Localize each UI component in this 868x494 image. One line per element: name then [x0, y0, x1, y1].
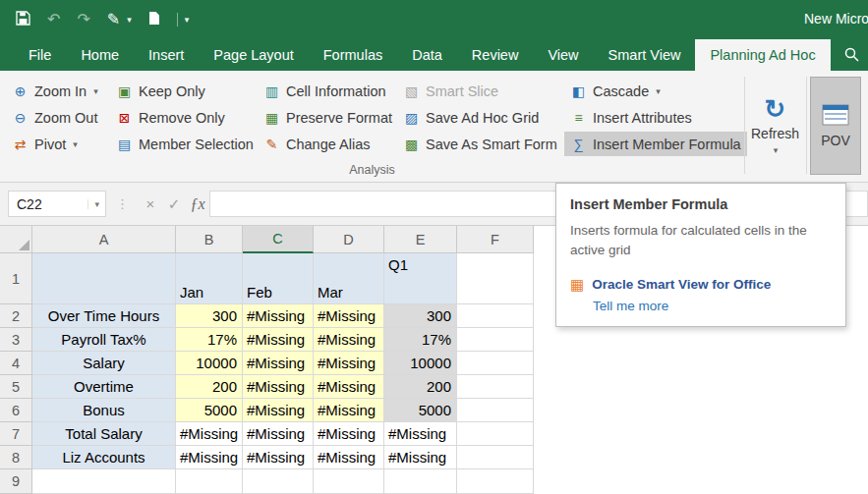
- cell-B7[interactable]: #Missing: [176, 422, 243, 446]
- cell-B1[interactable]: Jan: [176, 253, 243, 304]
- cell-C1[interactable]: Feb: [243, 253, 314, 304]
- formula-bar-splitter[interactable]: ⋮: [116, 196, 129, 211]
- cell-E4[interactable]: 10000: [384, 352, 457, 375]
- cell-A5[interactable]: Overtime: [32, 375, 176, 399]
- cell-C5[interactable]: #Missing: [243, 375, 314, 399]
- cell-E5[interactable]: 200: [384, 375, 457, 399]
- cascade-button[interactable]: ◧ Cascade ▾: [564, 79, 747, 103]
- row-header-6[interactable]: 6: [0, 399, 32, 422]
- tab-planning-ad-hoc[interactable]: Planning Ad Hoc: [695, 39, 830, 71]
- cell-E3[interactable]: 17%: [384, 328, 457, 352]
- select-all-corner[interactable]: [0, 226, 32, 253]
- zoom-in-button[interactable]: ⊕ Zoom In ▾: [6, 79, 104, 103]
- tab-data[interactable]: Data: [397, 39, 457, 71]
- cell-C2[interactable]: #Missing: [243, 304, 314, 328]
- remove-only-button[interactable]: ⊠ Remove Only: [110, 105, 260, 130]
- enter-icon[interactable]: ✓: [162, 195, 186, 213]
- insert-member-formula-button[interactable]: ∑ Insert Member Formula: [564, 132, 747, 156]
- pivot-button[interactable]: ⇄ Pivot ▾: [6, 132, 104, 156]
- cell-C9[interactable]: [243, 469, 314, 494]
- cell-D1[interactable]: Mar: [314, 253, 384, 304]
- cell-F7[interactable]: [457, 422, 534, 446]
- row-header-2[interactable]: 2: [0, 304, 32, 328]
- cell-B4[interactable]: 10000: [176, 352, 243, 375]
- search-icon[interactable]: [843, 46, 860, 67]
- cell-D8[interactable]: #Missing: [314, 446, 384, 469]
- row-header-5[interactable]: 5: [0, 375, 32, 399]
- tab-file[interactable]: File: [14, 39, 66, 71]
- cell-F9[interactable]: [457, 469, 534, 494]
- cell-A7[interactable]: Total Salary: [32, 422, 176, 446]
- chevron-down-icon[interactable]: ▾: [87, 199, 105, 209]
- cell-E8[interactable]: #Missing: [384, 446, 457, 469]
- column-header-F[interactable]: F: [457, 226, 534, 253]
- cell-F5[interactable]: [457, 375, 534, 399]
- cell-B3[interactable]: 17%: [176, 328, 243, 352]
- cell-B5[interactable]: 200: [176, 375, 243, 399]
- column-header-D[interactable]: D: [314, 226, 384, 253]
- cell-D7[interactable]: #Missing: [314, 422, 384, 446]
- row-header-3[interactable]: 3: [0, 328, 32, 352]
- zoom-out-button[interactable]: ⊖ Zoom Out: [6, 105, 104, 130]
- row-header-1[interactable]: 1: [0, 253, 32, 304]
- member-selection-button[interactable]: ▤ Member Selection: [110, 132, 260, 156]
- cell-information-button[interactable]: ▥ Cell Information: [258, 79, 398, 103]
- refresh-button[interactable]: ↻ Refresh ▾: [747, 77, 803, 175]
- tab-review[interactable]: Review: [457, 39, 534, 71]
- cell-E1[interactable]: Q1: [384, 253, 457, 304]
- cell-D3[interactable]: #Missing: [314, 328, 384, 352]
- tab-formulas[interactable]: Formulas: [309, 39, 397, 71]
- cell-A1[interactable]: [32, 253, 176, 304]
- cell-A2[interactable]: Over Time Hours: [32, 304, 176, 328]
- redo-icon[interactable]: ↷: [77, 12, 89, 27]
- insert-attributes-button[interactable]: ≡ Insert Attributes: [564, 105, 747, 130]
- column-header-C[interactable]: C: [243, 226, 314, 253]
- cell-E9[interactable]: [384, 469, 457, 494]
- cell-B8[interactable]: #Missing: [176, 446, 243, 469]
- tell-me-more-link[interactable]: Tell me more: [593, 299, 832, 313]
- cell-C8[interactable]: #Missing: [243, 446, 314, 469]
- change-alias-button[interactable]: ✎ Change Alias: [258, 132, 398, 156]
- chevron-down-icon[interactable]: ▾: [127, 16, 132, 25]
- new-document-icon[interactable]: [148, 11, 160, 28]
- cell-A6[interactable]: Bonus: [32, 399, 176, 422]
- column-header-B[interactable]: B: [176, 226, 243, 253]
- cell-D5[interactable]: #Missing: [314, 375, 384, 399]
- keep-only-button[interactable]: ▣ Keep Only: [110, 79, 260, 103]
- name-box[interactable]: C22 ▾: [8, 191, 106, 217]
- cell-C3[interactable]: #Missing: [243, 328, 314, 352]
- cell-C6[interactable]: #Missing: [243, 399, 314, 422]
- cell-D9[interactable]: [314, 469, 384, 494]
- tab-page-layout[interactable]: Page Layout: [199, 39, 308, 71]
- cell-A3[interactable]: Payroll Tax%: [32, 328, 176, 352]
- preserve-format-button[interactable]: ▦ Preserve Format: [258, 105, 398, 130]
- fx-icon[interactable]: ƒx: [186, 195, 209, 213]
- cell-A4[interactable]: Salary: [32, 352, 176, 375]
- cell-C7[interactable]: #Missing: [243, 422, 314, 446]
- cell-F8[interactable]: [457, 446, 534, 469]
- cell-F4[interactable]: [457, 352, 534, 375]
- tab-view[interactable]: View: [533, 39, 593, 71]
- customize-qat-icon[interactable]: ▾: [185, 16, 190, 25]
- save-as-smart-form-button[interactable]: ▩ Save As Smart Form: [397, 132, 563, 156]
- cell-A8[interactable]: Liz Accounts: [32, 446, 176, 469]
- cell-F1[interactable]: [457, 253, 534, 304]
- row-header-7[interactable]: 7: [0, 422, 32, 446]
- save-icon[interactable]: [16, 11, 30, 28]
- cell-C4[interactable]: #Missing: [243, 352, 314, 375]
- cell-F2[interactable]: [457, 304, 534, 328]
- column-header-E[interactable]: E: [384, 226, 457, 253]
- cell-D4[interactable]: #Missing: [314, 352, 384, 375]
- cell-B2[interactable]: 300: [176, 304, 243, 328]
- cell-E7[interactable]: #Missing: [384, 422, 457, 446]
- tab-smart-view[interactable]: Smart View: [594, 39, 696, 71]
- cell-E2[interactable]: 300: [384, 304, 457, 328]
- ink-icon[interactable]: ✎: [107, 12, 120, 27]
- cell-A9[interactable]: [32, 469, 176, 494]
- tab-home[interactable]: Home: [66, 39, 134, 71]
- pov-button[interactable]: POV: [810, 77, 861, 175]
- undo-icon[interactable]: ↶: [47, 12, 60, 27]
- tab-insert[interactable]: Insert: [134, 39, 199, 71]
- save-ad-hoc-grid-button[interactable]: ▨ Save Ad Hoc Grid: [397, 105, 563, 130]
- cell-F3[interactable]: [457, 328, 534, 352]
